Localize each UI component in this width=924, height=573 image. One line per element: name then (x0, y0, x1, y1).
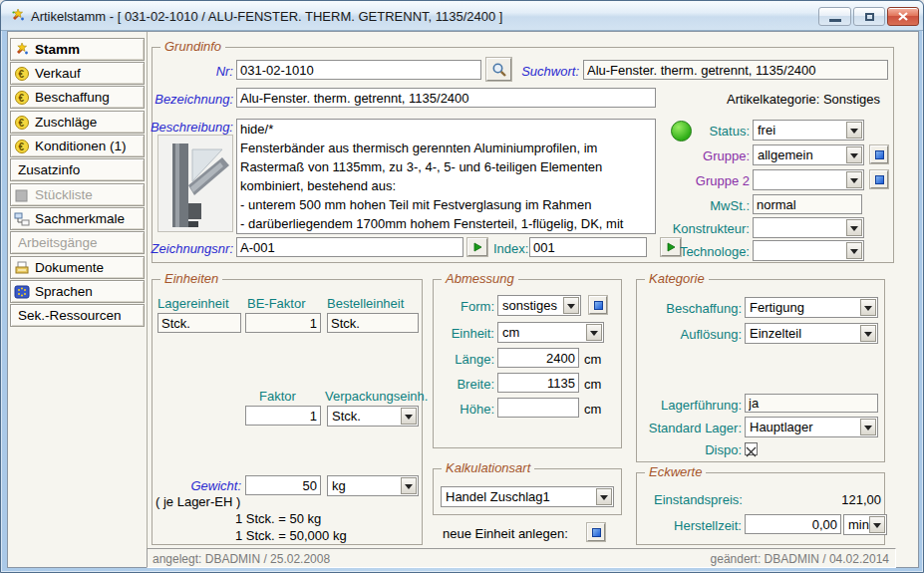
zeichnungsnr-input[interactable] (236, 237, 463, 257)
nr-input[interactable] (236, 60, 481, 80)
gewicht-label: Gewicht: (148, 478, 241, 493)
green-arrow-icon (471, 241, 483, 253)
dropdown-arrow-icon[interactable] (596, 488, 612, 505)
beschreibung-textarea[interactable]: hide/* Fensterbänder aus thermisch geren… (236, 119, 656, 234)
form-detail-button[interactable] (589, 296, 607, 314)
gruppe-label: Gruppe: (640, 148, 750, 163)
technologe-select[interactable] (753, 240, 864, 261)
sidebar-item-zuschlaege[interactable]: € Zuschläge (10, 111, 145, 134)
dropdown-arrow-icon[interactable] (846, 242, 862, 259)
be-faktor-label: BE-Faktor (247, 296, 306, 311)
title-bar: Artikelstamm - [ 031-02-1010 / ALU-FENST… (1, 1, 923, 31)
status-select[interactable]: frei (753, 120, 864, 141)
dropdown-arrow-icon[interactable] (860, 299, 876, 316)
status-value: frei (758, 123, 775, 138)
app-wizard-icon (10, 8, 26, 24)
close-button[interactable] (887, 7, 919, 26)
dropdown-arrow-icon[interactable] (860, 325, 876, 342)
suchwort-input[interactable] (583, 60, 888, 80)
verpackungseinh-select[interactable]: Stck. (327, 406, 419, 427)
sidebar-label: Sek.-Ressourcen (18, 308, 122, 323)
neue-einheit-button[interactable] (587, 523, 605, 541)
lagerfuehrung-input (745, 394, 878, 413)
gruppe-value: allgemein (758, 147, 813, 162)
dropdown-arrow-icon[interactable] (401, 408, 417, 425)
zeichnungsnr-go-button[interactable] (467, 238, 487, 256)
svg-text:€: € (19, 68, 25, 79)
gewicht-einheit-value: kg (332, 478, 346, 493)
dropdown-arrow-icon[interactable] (846, 122, 862, 139)
lagereinheit-input (157, 313, 241, 333)
beschaffung-label: Beschaffung: (626, 301, 742, 316)
search-button[interactable] (486, 58, 511, 81)
euro-coin-icon: € (14, 90, 31, 106)
einheit-select[interactable]: cm (497, 322, 604, 343)
svg-text:€: € (19, 141, 25, 151)
dropdown-arrow-icon[interactable] (869, 516, 885, 533)
hoehe-input[interactable] (497, 398, 579, 418)
faktor-label: Faktor (259, 389, 296, 404)
je-lager-eh-text: ( je Lager-EH ) (155, 494, 240, 509)
konstrukteur-select[interactable] (753, 217, 864, 238)
sidebar-item-dokumente[interactable]: Dokumente (10, 256, 145, 279)
suchwort-label: Suchwort: (511, 64, 579, 79)
dropdown-arrow-icon[interactable] (860, 419, 876, 435)
faktor-input[interactable] (245, 406, 321, 426)
dispo-checkbox[interactable] (745, 442, 758, 455)
sidebar-label: Dokumente (35, 260, 104, 275)
status-label: Status: (640, 124, 750, 139)
gruppe-detail-button[interactable] (870, 145, 888, 163)
dropdown-arrow-icon[interactable] (586, 324, 602, 341)
standard-lager-select[interactable]: Hauptlager (745, 417, 878, 437)
einstandspreis-value: 121,00 (746, 492, 881, 507)
dropdown-arrow-icon[interactable] (401, 477, 417, 494)
gruppe2-detail-button[interactable] (870, 170, 888, 188)
gruppe2-select[interactable] (753, 169, 864, 190)
herstellzeit-einheit-select[interactable]: min (843, 514, 887, 535)
minimize-icon (829, 19, 841, 22)
laenge-unit: cm (584, 352, 601, 367)
gewicht-einheit-select[interactable]: kg (327, 475, 419, 496)
verpackungseinh-label: Verpackungseinh. (325, 389, 428, 404)
dropdown-arrow-icon[interactable] (846, 219, 862, 236)
aufloesung-value: Einzelteil (750, 326, 801, 341)
svg-text:€: € (19, 92, 25, 103)
kalkulationsart-select[interactable]: Handel Zuschlag1 (441, 486, 614, 507)
sidebar-item-stamm[interactable]: Stamm (10, 38, 145, 61)
sidebar-label: Sachmerkmale (35, 211, 125, 226)
einheit-label: Einheit: (427, 326, 494, 341)
beschaffung-select[interactable]: Fertigung (745, 297, 878, 318)
herstellzeit-input[interactable] (745, 514, 841, 534)
aufloesung-select[interactable]: Einzelteil (745, 323, 878, 344)
gray-square-icon (14, 187, 31, 203)
minimize-button[interactable] (818, 7, 851, 26)
sidebar-item-konditionen[interactable]: € Konditionen (1) (10, 135, 145, 157)
dropdown-arrow-icon[interactable] (846, 146, 862, 163)
lagerfuehrung-label: Lagerführung: (626, 398, 742, 413)
sidebar-item-beschaffung[interactable]: € Beschaffung (10, 86, 145, 109)
sidebar-item-sek-ressourcen[interactable]: Sek.-Ressourcen (10, 304, 145, 327)
laenge-input[interactable] (497, 348, 579, 368)
close-icon (888, 8, 918, 25)
sidebar-label: Beschaffung (35, 90, 110, 105)
dropdown-arrow-icon[interactable] (563, 297, 579, 314)
restore-button[interactable] (853, 7, 885, 26)
sidebar-label: Zuschläge (35, 115, 97, 130)
sidebar-item-verkauf[interactable]: € Verkauf (10, 62, 145, 85)
form-value: sonstiges (502, 298, 557, 313)
gewicht-input[interactable] (245, 475, 321, 495)
einheiten-equation-2: 1 Stck. = 50,000 kg (235, 528, 347, 543)
technologe-label: Technologe: (606, 244, 750, 259)
sidebar-item-sachmerkmale[interactable]: Sachmerkmale (10, 207, 145, 230)
dropdown-arrow-icon[interactable] (846, 171, 862, 188)
sidebar-item-zusatzinfo[interactable]: Zusatzinfo (10, 158, 145, 181)
tree-icon (14, 211, 31, 227)
gruppe-select[interactable]: allgemein (753, 144, 864, 165)
group-title: Einheiten (160, 271, 222, 286)
dispo-label: Dispo: (626, 442, 742, 457)
breite-input[interactable] (497, 373, 579, 393)
einheit-value: cm (502, 325, 519, 340)
window-title: Artikelstamm - [ 031-02-1010 / ALU-FENST… (31, 9, 502, 24)
form-select[interactable]: sonstiges (497, 295, 581, 316)
sidebar-item-sprachen[interactable]: Sprachen (10, 280, 145, 303)
